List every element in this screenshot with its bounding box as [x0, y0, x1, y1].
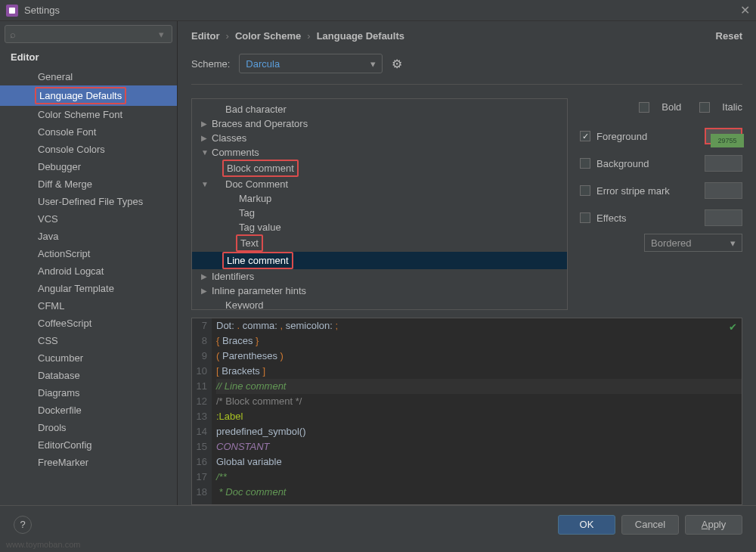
background-checkbox[interactable] [580, 158, 590, 169]
reset-link[interactable]: Reset [716, 30, 742, 42]
sidebar-item[interactable]: Drools [0, 419, 177, 436]
attr-item[interactable]: Text [192, 234, 567, 252]
footer: ? OK Cancel Apply [0, 505, 756, 543]
scheme-label: Scheme: [191, 58, 230, 70]
errorstripe-label: Error stripe mark [596, 185, 670, 197]
attr-item[interactable]: ▶Classes [192, 131, 567, 145]
watermark: www.toymoban.com [6, 540, 80, 549]
sidebar-item[interactable]: Android Logcat [0, 262, 177, 280]
inspection-icon[interactable]: ✔ [729, 321, 737, 333]
attr-item[interactable]: ▶Braces and Operators [192, 116, 567, 131]
sidebar-item[interactable]: Angular Template [0, 280, 177, 297]
middle-pane: Bad character▶Braces and Operators▶Class… [191, 98, 742, 310]
gutter: 789101112131415161718 [192, 318, 212, 504]
background-label: Background [596, 158, 649, 169]
attr-item[interactable]: Markup [192, 191, 567, 206]
sidebar-item[interactable]: User-Defined File Types [0, 193, 177, 210]
sidebar-item[interactable]: Console Font [0, 123, 177, 141]
attr-item[interactable]: Tag [192, 206, 567, 220]
crumb-1[interactable]: Editor [191, 30, 220, 42]
attr-item[interactable]: Line comment [192, 252, 567, 269]
errorstripe-color[interactable] [705, 182, 742, 199]
sidebar-tree: GeneralLanguage DefaultsColor Scheme Fon… [0, 68, 177, 505]
search-input[interactable]: ⌕ ▾ [5, 25, 172, 43]
sidebar-item[interactable]: FreeMarker [0, 454, 177, 471]
foreground-checkbox[interactable] [580, 131, 590, 141]
attr-item[interactable]: ▶Identifiers [192, 269, 567, 284]
help-button[interactable]: ? [14, 516, 32, 534]
sidebar-item[interactable]: Dockerfile [0, 402, 177, 419]
attr-item[interactable]: ▼Doc Comment [192, 177, 567, 191]
search-icon: ⌕ [10, 29, 16, 40]
svg-rect-0 [9, 8, 15, 14]
errorstripe-checkbox[interactable] [580, 185, 590, 196]
crumb-2[interactable]: Color Scheme [235, 30, 301, 42]
breadcrumb: Editor › Color Scheme › Language Default… [191, 30, 742, 42]
sidebar-item[interactable]: Debugger [0, 158, 177, 175]
window-title: Settings [24, 5, 60, 16]
code-area[interactable]: Dot: . comma: , semicolon: ;{ Braces }( … [212, 318, 742, 504]
sidebar-item[interactable]: CSS [0, 332, 177, 349]
effects-checkbox[interactable] [580, 212, 590, 223]
sidebar-item[interactable]: Language Defaults [0, 85, 177, 106]
chevron-right-icon: › [226, 30, 229, 42]
sidebar-item[interactable]: Color Scheme Font [0, 106, 177, 123]
attr-item[interactable]: Bad character [192, 102, 567, 116]
search-chevron: ▾ [159, 29, 164, 40]
close-icon[interactable]: ✕ [740, 3, 750, 17]
effects-color[interactable] [705, 209, 742, 226]
effects-label: Effects [596, 212, 627, 224]
cancel-button[interactable]: Cancel [621, 515, 679, 535]
sidebar-item[interactable]: General [0, 68, 177, 85]
sidebar: ⌕ ▾ Editor GeneralLanguage DefaultsColor… [0, 21, 178, 505]
chevron-right-icon: › [307, 30, 310, 42]
crumb-3: Language Defaults [317, 30, 404, 42]
foreground-color[interactable]: 29755 [711, 134, 744, 147]
attr-item[interactable]: Block comment [192, 160, 567, 177]
sidebar-header[interactable]: Editor [0, 47, 177, 68]
attr-item[interactable]: ▶Inline parameter hints [192, 284, 567, 298]
italic-checkbox[interactable] [699, 102, 710, 113]
attribute-panel: Bold Italic Foreground 29755 Background [580, 98, 742, 310]
content: Editor › Color Scheme › Language Default… [178, 21, 756, 505]
sidebar-item[interactable]: Java [0, 228, 177, 245]
code-preview: 789101112131415161718 Dot: . comma: , se… [191, 318, 742, 505]
app-icon [6, 5, 18, 17]
attribute-tree[interactable]: Bad character▶Braces and Operators▶Class… [191, 98, 568, 310]
apply-button[interactable]: Apply [685, 515, 742, 535]
scheme-select[interactable]: Darcula [239, 54, 383, 73]
sidebar-item[interactable]: CFML [0, 297, 177, 315]
background-color[interactable] [705, 155, 742, 172]
attr-item[interactable]: Tag value [192, 220, 567, 234]
bold-label: Bold [662, 101, 681, 113]
main-area: ⌕ ▾ Editor GeneralLanguage DefaultsColor… [0, 21, 756, 505]
sidebar-item[interactable]: VCS [0, 210, 177, 228]
italic-label: Italic [722, 101, 742, 113]
sidebar-item[interactable]: EditorConfig [0, 436, 177, 454]
sidebar-item[interactable]: Diff & Merge [0, 175, 177, 193]
sidebar-item[interactable]: Diagrams [0, 384, 177, 402]
bold-checkbox[interactable] [639, 102, 649, 113]
foreground-label: Foreground [596, 131, 647, 142]
ok-button[interactable]: OK [558, 515, 615, 535]
sidebar-item[interactable]: ActionScript [0, 245, 177, 262]
titlebar: Settings ✕ [0, 0, 756, 21]
sidebar-item[interactable]: CoffeeScript [0, 315, 177, 332]
scheme-row: Scheme: Darcula ⚙ [191, 54, 742, 85]
gear-icon[interactable]: ⚙ [392, 57, 402, 71]
apply-label: pply [708, 519, 726, 530]
sidebar-item[interactable]: Console Colors [0, 141, 177, 158]
foreground-swatch-box: 29755 [705, 128, 742, 144]
attr-item[interactable]: Keyword [192, 298, 567, 310]
attr-item[interactable]: ▼Comments [192, 145, 567, 160]
sidebar-item[interactable]: Database [0, 367, 177, 384]
effects-type-select[interactable]: Bordered [644, 234, 742, 252]
sidebar-item[interactable]: Cucumber [0, 349, 177, 367]
